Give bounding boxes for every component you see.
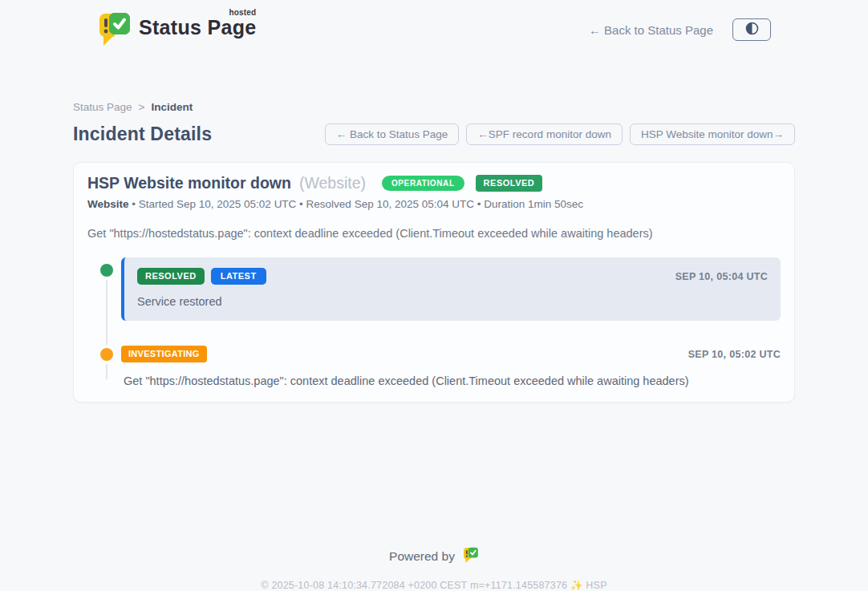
timeline-message: Service restored	[137, 295, 768, 308]
timeline-entry-header: INVESTIGATING SEP 10, 05:02 UTC	[121, 346, 781, 362]
footer: Powered by © 2025-10-08 14:10:34.772084 …	[73, 546, 795, 591]
breadcrumb-root[interactable]: Status Page	[73, 101, 132, 113]
breadcrumb-separator: >	[139, 101, 145, 113]
powered-by: Powered by	[73, 546, 795, 567]
incident-meta: Website • Started Sep 10, 2025 05:02 UTC…	[87, 198, 781, 210]
main-content: Status Page > Incident Incident Details …	[73, 101, 795, 591]
statuspage-logo-icon	[97, 10, 131, 51]
copyright-text: © 2025-10-08 14:10:34.772084 +0200 CEST …	[73, 579, 795, 591]
timeline-timestamp: SEP 10, 05:04 UTC	[675, 271, 768, 282]
breadcrumb: Status Page > Incident	[73, 101, 795, 113]
timeline-highlight-box: RESOLVED LATEST SEP 10, 05:04 UTC Servic…	[121, 257, 781, 321]
brand-name: Status Page	[139, 16, 256, 38]
title-row: Incident Details ← Back to Status Page ←…	[73, 123, 795, 145]
back-to-status-page-link[interactable]: ← Back to Status Page	[589, 23, 713, 37]
header-actions: ← Back to Status Page	[589, 18, 771, 41]
incident-timeline: RESOLVED LATEST SEP 10, 05:04 UTC Servic…	[87, 257, 781, 387]
timeline-entry-investigating: INVESTIGATING SEP 10, 05:02 UTC Get "htt…	[87, 346, 781, 387]
resolved-state-badge: RESOLVED	[476, 175, 543, 192]
meta-component: Website	[87, 198, 129, 210]
page-title: Incident Details	[73, 123, 212, 145]
powered-by-label: Powered by	[389, 549, 455, 564]
timeline-message: Get "https://hostedstatus.page": context…	[121, 374, 781, 387]
timeline-badges: INVESTIGATING	[121, 346, 207, 362]
brand-logo[interactable]: hosted Status Page	[97, 10, 256, 51]
incident-component: (Website)	[299, 174, 366, 192]
timeline-entry-resolved: RESOLVED LATEST SEP 10, 05:04 UTC Servic…	[87, 257, 781, 321]
investigating-badge: INVESTIGATING	[121, 346, 207, 362]
incident-title-row: HSP Website monitor down (Website) OPERA…	[87, 174, 781, 192]
half-circle-contrast-icon	[745, 22, 759, 38]
resolved-badge: RESOLVED	[137, 268, 205, 285]
theme-toggle-button[interactable]	[732, 18, 771, 41]
incident-card: HSP Website monitor down (Website) OPERA…	[73, 162, 795, 403]
timeline-timestamp: SEP 10, 05:02 UTC	[688, 349, 781, 360]
orange-status-dot-icon	[100, 348, 113, 361]
incident-title: HSP Website monitor down	[87, 174, 291, 192]
meta-details: • Started Sep 10, 2025 05:02 UTC • Resol…	[129, 198, 584, 210]
timeline-badges: RESOLVED LATEST	[137, 268, 266, 285]
next-incident-button[interactable]: HSP Website monitor down→	[630, 123, 795, 145]
incident-nav-buttons: ← Back to Status Page ←SPF record monito…	[325, 123, 795, 145]
brand-text: hosted Status Page	[139, 10, 256, 39]
header: hosted Status Page ← Back to Status Page	[73, 11, 795, 48]
statuspage-logo-mini-icon[interactable]	[462, 546, 479, 567]
back-to-status-page-button[interactable]: ← Back to Status Page	[325, 123, 460, 145]
operational-status-badge: OPERATIONAL	[382, 176, 464, 191]
timeline-entry-header: RESOLVED LATEST SEP 10, 05:04 UTC	[137, 268, 768, 285]
latest-badge: LATEST	[211, 268, 266, 285]
green-status-dot-icon	[100, 264, 113, 277]
incident-description: Get "https://hostedstatus.page": context…	[87, 227, 781, 240]
brand-superscript: hosted	[229, 8, 256, 17]
prev-incident-button[interactable]: ←SPF record monitor down	[466, 123, 623, 145]
breadcrumb-current: Incident	[151, 101, 193, 113]
